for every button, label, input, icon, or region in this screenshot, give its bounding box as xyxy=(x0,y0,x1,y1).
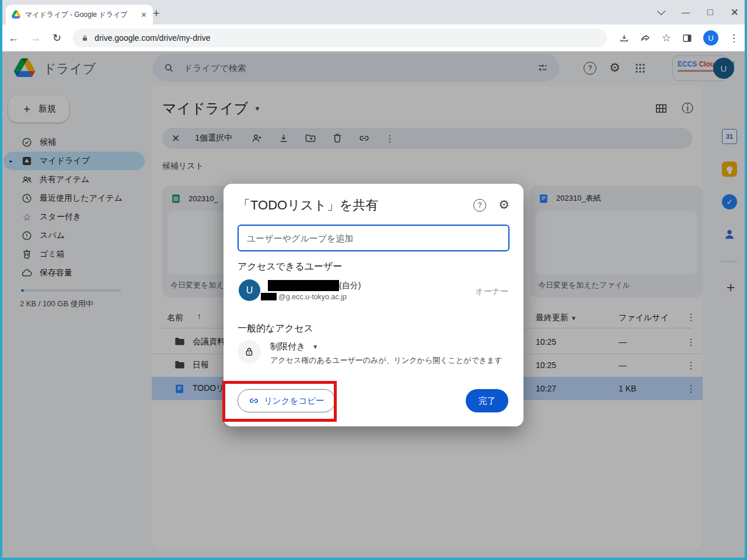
dialog-settings-gear-icon[interactable]: ⚙ xyxy=(498,198,509,211)
lock-icon xyxy=(81,34,89,42)
share-icon[interactable] xyxy=(640,33,651,44)
forward-icon[interactable]: → xyxy=(30,32,41,44)
browser-action-icons: ☆ U ⋮ xyxy=(619,30,739,46)
drive-favicon xyxy=(12,10,20,19)
browser-tab-bar: マイドライブ - Google ドライブ ✕ ＋ — □ ✕ xyxy=(0,0,747,24)
window-controls: — □ ✕ xyxy=(658,0,739,24)
add-people-input[interactable] xyxy=(238,225,509,251)
lock-icon xyxy=(238,340,261,363)
url-text: drive.google.com/drive/my-drive xyxy=(95,33,210,43)
access-level-dropdown[interactable]: 制限付き ▼ xyxy=(270,341,318,352)
owner-role-label: オーナー xyxy=(475,286,508,297)
redacted-owner-name xyxy=(268,280,339,291)
tab-title: マイドライブ - Google ドライブ xyxy=(25,10,136,20)
owner-avatar: U xyxy=(239,279,260,301)
reload-icon[interactable]: ↻ xyxy=(53,32,61,44)
side-panel-icon[interactable] xyxy=(682,33,693,44)
people-section-label: アクセスできるユーザー xyxy=(238,261,342,273)
dialog-help-icon[interactable]: ? xyxy=(473,199,486,212)
dialog-title: 「TODOリスト」を共有 xyxy=(238,197,378,214)
window-minimize-button[interactable]: — xyxy=(682,8,690,17)
link-icon xyxy=(249,396,259,406)
access-level-label: 制限付き xyxy=(270,341,305,352)
done-button[interactable]: 完了 xyxy=(466,389,508,412)
access-description: アクセス権のあるユーザーのみが、リンクから開くことができます xyxy=(270,355,502,366)
window-close-button[interactable]: ✕ xyxy=(731,6,739,19)
screen-border-left xyxy=(0,0,2,560)
copy-link-button[interactable]: リンクをコピー xyxy=(238,389,336,412)
owner-self-label: (自分) xyxy=(339,281,361,291)
new-tab-button[interactable]: ＋ xyxy=(151,5,162,20)
browser-menu-icon[interactable]: ⋮ xyxy=(729,32,739,44)
screen-border-bottom xyxy=(0,558,747,560)
browser-tab[interactable]: マイドライブ - Google ドライブ ✕ xyxy=(6,5,153,24)
chevron-down-icon: ▼ xyxy=(312,344,318,350)
back-icon[interactable]: ← xyxy=(8,32,19,44)
browser-address-bar: ← → ↻ drive.google.com/drive/my-drive ☆ … xyxy=(0,24,747,51)
copy-link-label: リンクをコピー xyxy=(264,396,324,407)
share-dialog: 「TODOリスト」を共有 ? ⚙ アクセスできるユーザー U (自分) @g.e… xyxy=(224,184,523,426)
screen-border-right xyxy=(745,0,747,560)
owner-email-domain: @g.ecc.u-tokyo.ac.jp xyxy=(278,293,347,301)
window-maximize-button[interactable]: □ xyxy=(707,7,713,18)
browser-profile-avatar[interactable]: U xyxy=(703,30,718,46)
general-access-section-label: 一般的なアクセス xyxy=(238,323,313,335)
tab-search-chevron-icon[interactable] xyxy=(657,7,665,15)
url-bar[interactable]: drive.google.com/drive/my-drive xyxy=(73,29,607,47)
screen: マイドライブ - Google ドライブ ✕ ＋ — □ ✕ ← → ↻ dri… xyxy=(0,0,747,560)
tab-close-icon[interactable]: ✕ xyxy=(141,10,147,19)
save-page-icon[interactable] xyxy=(619,33,630,44)
bookmark-star-icon[interactable]: ☆ xyxy=(662,32,671,44)
redacted-email-prefix xyxy=(261,293,277,300)
